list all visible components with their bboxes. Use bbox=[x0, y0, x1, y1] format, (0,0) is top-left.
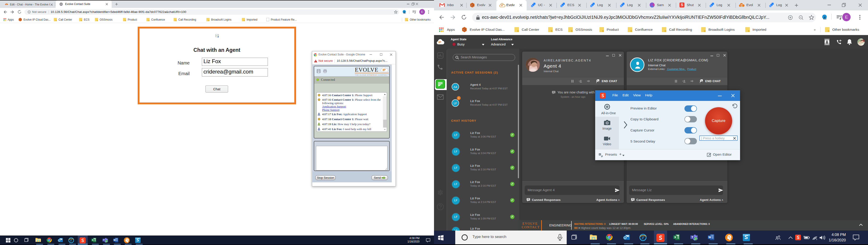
svg-text:KB: KB bbox=[741, 5, 743, 7]
svg-text:C: C bbox=[20, 19, 21, 21]
svg-text:e: e bbox=[70, 238, 72, 243]
svg-text:IP: IP bbox=[501, 4, 503, 6]
svg-text:C: C bbox=[463, 28, 465, 31]
svg-text:C: C bbox=[471, 4, 473, 6]
svg-text:EIP: EIP bbox=[6, 4, 7, 5]
svg-text:W: W bbox=[708, 236, 711, 239]
svg-text:W: W bbox=[114, 239, 116, 241]
svg-text:X: X bbox=[674, 236, 676, 239]
svg-text:IP: IP bbox=[438, 40, 441, 44]
svg-text:e: e bbox=[642, 234, 644, 240]
svg-text:T: T bbox=[691, 236, 693, 239]
svg-text:X: X bbox=[92, 239, 94, 241]
svg-text:IP: IP bbox=[382, 68, 385, 72]
svg-text:T: T bbox=[103, 239, 104, 241]
